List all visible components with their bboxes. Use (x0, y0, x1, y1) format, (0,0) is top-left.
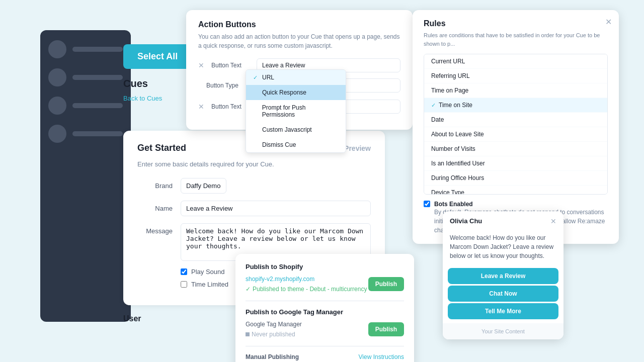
publish-gtm-row: Google Tag Manager Never published Publi… (246, 321, 404, 338)
remove-button1[interactable]: ✕ (198, 61, 204, 69)
dropdown-item-url[interactable]: ✓ URL (246, 70, 346, 85)
sidebar-item-1 (48, 40, 123, 58)
chat-message: Welcome back! How do you like our Marcom… (443, 233, 564, 266)
chat-chat-now-button[interactable]: Chat Now (448, 286, 558, 302)
button-type-label: Button Type (206, 82, 247, 89)
dropdown-item-dismiss[interactable]: ✓ Dismiss Cue (246, 137, 346, 152)
time-limited-checkbox[interactable] (181, 281, 187, 288)
sidebar-item-3 (48, 97, 123, 115)
cues-title: Cues (123, 78, 194, 89)
chat-header: Olivia Chu ✕ (443, 211, 564, 231)
rules-item-date[interactable]: Date (424, 113, 607, 127)
user-section-label: User (123, 314, 141, 323)
avatar-3 (48, 97, 66, 115)
avatar-4 (48, 125, 66, 143)
get-started-subtitle: Enter some basic details required for yo… (137, 160, 371, 168)
check-icon: ✓ (253, 74, 259, 81)
chat-leave-review-button[interactable]: Leave a Review (448, 268, 558, 284)
sidebar (40, 30, 131, 322)
chat-agent-name: Olivia Chu (450, 217, 482, 225)
publish-shopify-row: shopify-v2.myshopify.com ✓ Published to … (246, 276, 404, 293)
shopify-url[interactable]: shopify-v2.myshopify.com (246, 276, 367, 283)
rules-item-referring-url[interactable]: Referring URL (424, 69, 607, 83)
back-to-cues-link[interactable]: Back to Cues (123, 95, 162, 102)
rules-item-about-to-leave[interactable]: About to Leave Site (424, 127, 607, 142)
publish-gtm-title: Publish to Google Tag Manager (246, 308, 404, 316)
rules-item-office-hours[interactable]: During Office Hours (424, 171, 607, 186)
rules-close-button[interactable]: ✕ (605, 17, 612, 27)
dropdown-item-push[interactable]: ✓ Prompt for Push Permissions (246, 100, 346, 122)
button-type-dropdown: ✓ URL ✓ Quick Response ✓ Prompt for Push… (246, 69, 346, 153)
rules-desc: Rules are conditions that have to be sat… (424, 31, 608, 48)
play-sound-checkbox[interactable] (181, 268, 187, 275)
avatar-1 (48, 40, 66, 58)
message-label: Message (137, 223, 173, 235)
rules-item-identified-user[interactable]: Is an Identified User (424, 156, 607, 171)
rules-list: Current URL Referring URL Time on Page ✓… (424, 54, 608, 195)
view-instructions-link[interactable]: View Instructions (359, 353, 405, 360)
rules-item-num-visits[interactable]: Number of Visits (424, 142, 607, 156)
avatar-2 (48, 68, 66, 86)
name-input[interactable] (181, 201, 371, 216)
brand-row: Brand Daffy Demo (137, 178, 371, 194)
remove-button2[interactable]: ✕ (198, 103, 204, 111)
sidebar-item-2 (48, 68, 123, 86)
rules-item-current-url[interactable]: Current URL (424, 54, 607, 69)
play-sound-label: Play Sound (191, 268, 225, 276)
get-started-title: Get Started (137, 143, 186, 153)
rules-item-time-on-site[interactable]: ✓ Time on Site (424, 98, 607, 113)
sidebar-line-1 (72, 47, 123, 52)
chat-widget-preview: Olivia Chu ✕ Welcome back! How do you li… (443, 211, 564, 339)
sidebar-line-4 (72, 131, 123, 136)
shopify-status: ✓ Published to theme - Debut - multicurr… (246, 286, 367, 293)
sidebar-line-3 (72, 103, 123, 108)
publish-shopify-title: Publish to Shopify (246, 263, 404, 270)
brand-label: Brand (137, 178, 173, 190)
rules-item-time-on-page[interactable]: Time on Page (424, 83, 607, 98)
chat-footer: Your Site Content (443, 323, 564, 339)
action-buttons-desc: You can also add an action button to you… (198, 32, 400, 50)
publish-gtm-section: Publish to Google Tag Manager Google Tag… (246, 308, 404, 338)
dropdown-item-quick-response[interactable]: ✓ Quick Response (246, 85, 346, 100)
rules-modal: ✕ Rules Rules are conditions that have t… (413, 10, 619, 244)
select-all-button[interactable]: Select All (123, 44, 192, 69)
button1-text-label: Button Text (211, 62, 252, 69)
sidebar-line-2 (72, 75, 123, 80)
chat-close-button[interactable]: ✕ (550, 217, 556, 225)
manual-publishing-row: Manual Publishing View Instructions (246, 353, 404, 360)
preview-label: Preview (344, 144, 371, 152)
name-row: Name (137, 201, 371, 216)
chat-tell-me-more-button[interactable]: Tell Me More (448, 303, 558, 319)
publish-shopify-section: Publish to Shopify shopify-v2.myshopify.… (246, 263, 404, 293)
publish-gtm-button[interactable]: Publish (368, 322, 404, 336)
gtm-status: Never published (246, 331, 302, 338)
gtm-label: Google Tag Manager (246, 321, 302, 328)
cues-section: Cues Back to Cues (123, 78, 194, 103)
sidebar-item-4 (48, 125, 123, 143)
manual-label: Manual Publishing (246, 353, 299, 360)
brand-select[interactable]: Daffy Demo (181, 178, 226, 194)
bots-enabled-checkbox[interactable] (424, 201, 430, 207)
bots-enabled-label: Bots Enabled (434, 201, 608, 208)
divider1 (246, 301, 404, 301)
dropdown-item-custom-js[interactable]: ✓ Custom Javascript (246, 122, 346, 137)
name-label: Name (137, 201, 173, 212)
publish-modal: Publish to Shopify shopify-v2.myshopify.… (235, 254, 414, 362)
publish-shopify-button[interactable]: Publish (368, 277, 404, 291)
action-buttons-title: Action Buttons (198, 20, 400, 29)
time-limited-label: Time Limited (191, 281, 228, 288)
divider2 (246, 346, 404, 346)
rules-item-device-type[interactable]: Device Type (424, 186, 607, 195)
rules-title: Rules (424, 19, 608, 28)
